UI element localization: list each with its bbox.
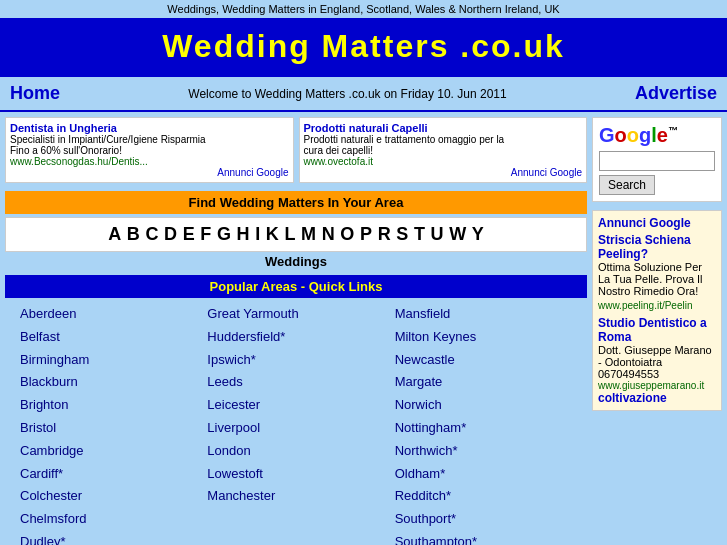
area-link[interactable]: Northwich* bbox=[395, 441, 572, 462]
alphabet-link-O[interactable]: O bbox=[340, 224, 354, 244]
google-search-input[interactable] bbox=[599, 151, 715, 171]
alphabet-link-A[interactable]: A bbox=[108, 224, 121, 244]
area-link[interactable]: Mansfield bbox=[395, 304, 572, 325]
area-link[interactable]: Ipswich* bbox=[207, 350, 384, 371]
google-box: Google™ Search bbox=[592, 117, 722, 202]
alphabet-link-N[interactable]: N bbox=[322, 224, 335, 244]
area-link[interactable]: Nottingham* bbox=[395, 418, 572, 439]
alphabet-row: A B C D E F G H I K L M N O P R S T U W … bbox=[5, 217, 587, 252]
ad-box-left: Dentista in Ungheria Specialisti in Impi… bbox=[5, 117, 294, 183]
header-banner: Wedding Matters .co.uk bbox=[0, 18, 727, 75]
ad-right-badge: Annunci Google bbox=[304, 167, 583, 178]
area-link[interactable]: Milton Keynes bbox=[395, 327, 572, 348]
ad-left-url[interactable]: www.Becsonogdas.hu/Dentis... bbox=[10, 156, 289, 167]
area-link[interactable]: Newcastle bbox=[395, 350, 572, 371]
area-link[interactable]: Leeds bbox=[207, 372, 384, 393]
ad-right-desc1: Prodotti naturali e trattamento omaggio … bbox=[304, 134, 583, 145]
area-link[interactable]: Margate bbox=[395, 372, 572, 393]
area-link[interactable]: Belfast bbox=[20, 327, 197, 348]
area-link[interactable]: Leicester bbox=[207, 395, 384, 416]
area-link[interactable]: Cardiff* bbox=[20, 464, 197, 485]
alphabet-link-S[interactable]: S bbox=[396, 224, 408, 244]
ad-left-badge: Annunci Google bbox=[10, 167, 289, 178]
left-content: Dentista in Ungheria Specialisti in Impi… bbox=[5, 117, 587, 545]
area-link[interactable]: Blackburn bbox=[20, 372, 197, 393]
site-title: Wedding Matters .co.uk bbox=[10, 28, 717, 65]
alphabet-link-W[interactable]: W bbox=[449, 224, 466, 244]
alphabet-link-I[interactable]: I bbox=[255, 224, 260, 244]
alphabet-link-B[interactable]: B bbox=[127, 224, 140, 244]
sidebar-ad1-url: www.peeling.it/Peelin bbox=[598, 300, 716, 311]
nav-center-text: Welcome to Wedding Matters .co.uk on Fri… bbox=[188, 87, 506, 101]
area-link[interactable]: Southampton* bbox=[395, 532, 572, 545]
area-link[interactable]: Redditch* bbox=[395, 486, 572, 507]
advertise-link[interactable]: Advertise bbox=[635, 83, 717, 104]
alphabet-link-H[interactable]: H bbox=[237, 224, 250, 244]
alphabet-link-D[interactable]: D bbox=[164, 224, 177, 244]
sidebar-ads-title: Annunci Google bbox=[598, 216, 716, 230]
alphabet-link-Y[interactable]: Y bbox=[472, 224, 484, 244]
area-link[interactable]: Lowestoft bbox=[207, 464, 384, 485]
area-link[interactable]: Birmingham bbox=[20, 350, 197, 371]
area-link[interactable]: Colchester bbox=[20, 486, 197, 507]
area-link[interactable]: Liverpool bbox=[207, 418, 384, 439]
area-link[interactable]: Great Yarmouth bbox=[207, 304, 384, 325]
main-content: Dentista in Ungheria Specialisti in Impi… bbox=[0, 112, 727, 545]
sidebar-ad2-url: www.giuseppemarano.it bbox=[598, 380, 716, 391]
sidebar-ad1-desc: Ottima Soluzione Per La Tua Pelle. Prova… bbox=[598, 261, 716, 297]
area-link[interactable]: Southport* bbox=[395, 509, 572, 530]
area-link[interactable]: Chelmsford bbox=[20, 509, 197, 530]
alphabet-link-R[interactable]: R bbox=[378, 224, 391, 244]
top-bar-text: Weddings, Wedding Matters in England, Sc… bbox=[167, 3, 559, 15]
alphabet-link-K[interactable]: K bbox=[266, 224, 279, 244]
area-link[interactable]: Norwich bbox=[395, 395, 572, 416]
sidebar-ad3-link[interactable]: coltivazione bbox=[598, 391, 716, 405]
links-table: AberdeenGreat YarmouthMansfieldBelfastHu… bbox=[5, 298, 587, 545]
sidebar-ad2-desc: Dott. Giuseppe Marano - Odontoiatra 0670… bbox=[598, 344, 716, 380]
area-link[interactable]: Huddersfield* bbox=[207, 327, 384, 348]
alphabet-link-E[interactable]: E bbox=[183, 224, 195, 244]
weddings-label: Weddings bbox=[5, 252, 587, 271]
alphabet-link-L[interactable]: L bbox=[284, 224, 295, 244]
area-link[interactable]: Oldham* bbox=[395, 464, 572, 485]
ads-row: Dentista in Ungheria Specialisti in Impi… bbox=[5, 117, 587, 183]
alphabet-link-C[interactable]: C bbox=[145, 224, 158, 244]
area-link[interactable]: Brighton bbox=[20, 395, 197, 416]
sidebar-ad1-link[interactable]: Striscia Schiena Peeling? bbox=[598, 233, 716, 261]
area-link[interactable]: Cambridge bbox=[20, 441, 197, 462]
alphabet-link-P[interactable]: P bbox=[360, 224, 372, 244]
right-sidebar: Google™ Search Annunci Google Striscia S… bbox=[592, 117, 722, 545]
alphabet-link-M[interactable]: M bbox=[301, 224, 316, 244]
alphabet-link-F[interactable]: F bbox=[200, 224, 211, 244]
sidebar-ads: Annunci Google Striscia Schiena Peeling?… bbox=[592, 210, 722, 411]
home-link[interactable]: Home bbox=[10, 83, 60, 104]
ad-left-desc1: Specialisti in Impianti/Cure/Igiene Risp… bbox=[10, 134, 289, 145]
nav-bar: Home Welcome to Wedding Matters .co.uk o… bbox=[0, 75, 727, 112]
area-link[interactable]: Manchester bbox=[207, 486, 384, 507]
find-banner: Find Wedding Matters In Your Area bbox=[5, 191, 587, 214]
ad-right-title[interactable]: Prodotti naturali Capelli bbox=[304, 122, 583, 134]
area-link[interactable]: Bristol bbox=[20, 418, 197, 439]
google-logo: Google™ bbox=[599, 124, 715, 147]
alphabet-link-G[interactable]: G bbox=[217, 224, 231, 244]
top-bar: Weddings, Wedding Matters in England, Sc… bbox=[0, 0, 727, 18]
popular-areas-header: Popular Areas - Quick Links bbox=[5, 275, 587, 298]
area-link[interactable]: London bbox=[207, 441, 384, 462]
ad-right-url[interactable]: www.ovectofa.it bbox=[304, 156, 583, 167]
area-link[interactable]: Aberdeen bbox=[20, 304, 197, 325]
ad-left-title[interactable]: Dentista in Ungheria bbox=[10, 122, 289, 134]
ad-right-desc2: cura dei capelli! bbox=[304, 145, 583, 156]
alphabet-link-T[interactable]: T bbox=[414, 224, 425, 244]
google-search-button[interactable]: Search bbox=[599, 175, 655, 195]
areas-table: AberdeenGreat YarmouthMansfieldBelfastHu… bbox=[15, 303, 577, 545]
area-link[interactable]: Dudley* bbox=[20, 532, 197, 545]
alphabet-link-U[interactable]: U bbox=[431, 224, 444, 244]
sidebar-ad2-link[interactable]: Studio Dentistico a Roma bbox=[598, 316, 716, 344]
ad-left-desc2: Fino a 60% sull'Onorario! bbox=[10, 145, 289, 156]
ad-box-right: Prodotti naturali Capelli Prodotti natur… bbox=[299, 117, 588, 183]
